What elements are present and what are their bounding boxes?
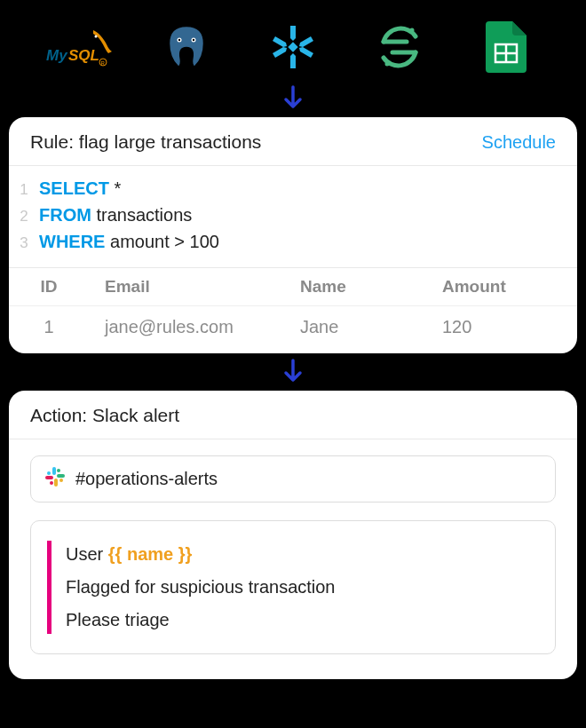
action-card: Action: Slack alert #operations-alerts [9, 391, 577, 679]
cell-amount: 120 [426, 317, 559, 337]
cell-email: jane@rules.com [89, 317, 284, 337]
sql-editor[interactable]: 1 SELECT * 2 FROM transactions 3 WHERE a… [9, 166, 577, 267]
slack-icon [45, 467, 65, 491]
table-row: 1 jane@rules.com Jane 120 [9, 306, 577, 353]
svg-rect-9 [288, 42, 297, 51]
template-variable: {{ name }} [108, 544, 193, 564]
svg-text:My: My [46, 47, 68, 64]
rule-title: Rule: flag large transactions [30, 131, 261, 153]
line-number: 1 [9, 178, 39, 202]
channel-name: #operations-alerts [75, 469, 218, 489]
line-number: 2 [9, 205, 39, 228]
mysql-logo: My SQL R [44, 20, 115, 74]
message-line: Flagged for suspicious transaction [66, 574, 539, 601]
col-name: Name [284, 277, 426, 297]
segment-logo [364, 20, 435, 74]
postgres-logo [151, 20, 222, 74]
svg-point-21 [57, 469, 60, 472]
data-source-logos: My SQL R [9, 9, 577, 80]
message-template-input[interactable]: User {{ name }} Flagged for suspicious t… [30, 520, 556, 654]
rule-card: Rule: flag large transactions Schedule 1… [9, 117, 577, 353]
svg-rect-18 [57, 474, 65, 478]
svg-rect-17 [52, 467, 56, 475]
svg-point-23 [50, 481, 53, 485]
rule-header: Rule: flag large transactions Schedule [9, 117, 577, 166]
message-line: User {{ name }} [66, 541, 539, 568]
col-amount: Amount [426, 277, 559, 297]
svg-point-7 [178, 38, 180, 40]
arrow-down-icon [9, 80, 577, 117]
svg-point-0 [95, 35, 98, 37]
svg-rect-19 [54, 479, 58, 487]
line-number: 3 [9, 232, 39, 255]
schedule-button[interactable]: Schedule [482, 132, 556, 153]
table-header: ID Email Name Amount [9, 268, 577, 306]
arrow-down-icon [9, 353, 577, 391]
message-line: Please triage [66, 606, 539, 634]
svg-point-8 [193, 38, 194, 40]
results-table: ID Email Name Amount 1 jane@rules.com Ja… [9, 267, 577, 353]
col-email: Email [89, 277, 284, 297]
col-id: ID [9, 277, 89, 297]
slack-channel-input[interactable]: #operations-alerts [30, 455, 556, 502]
sheets-logo [471, 20, 542, 74]
svg-point-12 [410, 28, 415, 32]
svg-point-24 [47, 471, 51, 475]
cell-name: Jane [284, 317, 426, 337]
cell-id: 1 [9, 317, 89, 337]
svg-text:R: R [101, 60, 106, 66]
svg-text:SQL: SQL [68, 47, 99, 64]
action-title: Action: Slack alert [30, 405, 179, 426]
action-header: Action: Slack alert [9, 391, 577, 439]
svg-rect-20 [45, 476, 53, 479]
snowflake-logo [257, 20, 329, 74]
svg-point-13 [385, 61, 390, 66]
svg-point-22 [59, 479, 63, 482]
